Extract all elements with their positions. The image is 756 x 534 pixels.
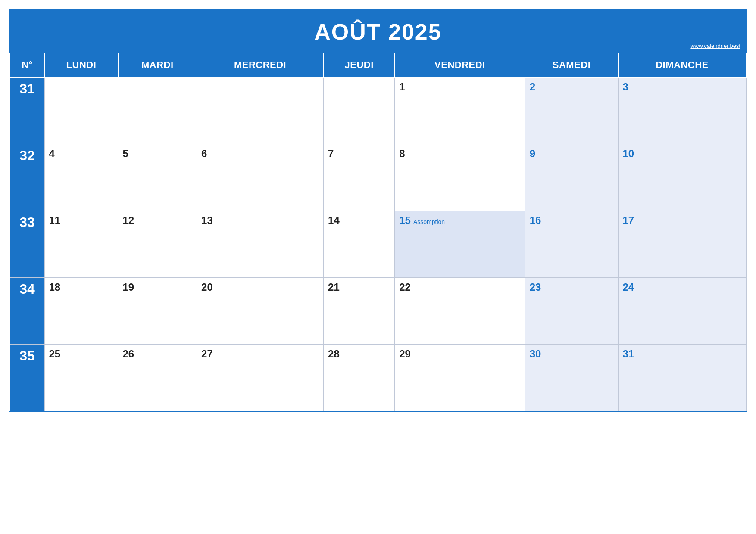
day-number: 28 (328, 348, 340, 360)
week-row: 331112131415Assomption1617 (10, 211, 746, 277)
day-cell: 4 (44, 144, 118, 211)
header-samedi: SAMEDI (525, 53, 618, 77)
day-number: 29 (399, 348, 411, 360)
calendar-header: AOÛT 2025 www.calendrier.best (9, 9, 747, 53)
day-number: 7 (328, 148, 334, 159)
day-cell: 14 (324, 211, 395, 277)
calendar-container: AOÛT 2025 www.calendrier.best N° LUNDI M… (9, 9, 747, 412)
header-jeudi: JEUDI (324, 53, 395, 77)
day-number: 10 (623, 148, 634, 159)
day-number: 12 (122, 214, 134, 226)
header-week-num: N° (10, 53, 44, 77)
day-cell: 17 (618, 211, 746, 277)
day-cell: 3 (618, 77, 746, 144)
day-cell: 7 (324, 144, 395, 211)
day-cell: 12 (118, 211, 197, 277)
day-cell: 23 (525, 277, 618, 344)
day-cell: 28 (324, 344, 395, 411)
day-cell: 10 (618, 144, 746, 211)
day-cell: 9 (525, 144, 618, 211)
day-number: 20 (201, 281, 213, 293)
week-number: 33 (10, 211, 44, 277)
day-cell: 11 (44, 211, 118, 277)
week-number: 34 (10, 277, 44, 344)
day-cell: 20 (197, 277, 324, 344)
week-number: 31 (10, 77, 44, 144)
header-vendredi: VENDREDI (395, 53, 525, 77)
day-cell: 5 (118, 144, 197, 211)
day-number: 16 (530, 214, 541, 226)
week-row: 3525262728293031 (10, 344, 746, 411)
day-cell (197, 77, 324, 144)
day-number: 9 (530, 148, 535, 159)
day-number: 11 (49, 214, 61, 226)
day-cell (324, 77, 395, 144)
day-cell (118, 77, 197, 144)
day-number: 24 (623, 281, 634, 293)
day-number: 19 (122, 281, 134, 293)
week-number: 35 (10, 344, 44, 411)
day-cell: 31 (618, 344, 746, 411)
day-number: 31 (623, 348, 634, 360)
header-row: N° LUNDI MARDI MERCREDI JEUDI VENDREDI S… (10, 53, 746, 77)
day-cell: 30 (525, 344, 618, 411)
day-cell: 26 (118, 344, 197, 411)
calendar-body: 311233245678910331112131415Assomption161… (10, 77, 746, 411)
day-cell: 8 (395, 144, 525, 211)
day-number: 1 (399, 81, 405, 93)
day-number: 23 (530, 281, 541, 293)
day-cell: 2 (525, 77, 618, 144)
header-mercredi: MERCREDI (197, 53, 324, 77)
day-number: 26 (122, 348, 134, 360)
day-cell: 16 (525, 211, 618, 277)
day-number: 21 (328, 281, 340, 293)
week-row: 3418192021222324 (10, 277, 746, 344)
day-cell: 19 (118, 277, 197, 344)
day-number: 14 (328, 214, 340, 226)
day-number: 27 (201, 348, 213, 360)
day-number: 30 (530, 348, 541, 360)
day-cell: 22 (395, 277, 525, 344)
day-cell: 29 (395, 344, 525, 411)
day-number: 5 (122, 148, 128, 159)
day-number: 18 (49, 281, 61, 293)
day-cell: 18 (44, 277, 118, 344)
day-cell: 1 (395, 77, 525, 144)
header-lundi: LUNDI (44, 53, 118, 77)
day-event-label: Assomption (413, 218, 445, 225)
day-cell (44, 77, 118, 144)
day-cell: 15Assomption (395, 211, 525, 277)
day-number: 25 (49, 348, 61, 360)
day-cell: 27 (197, 344, 324, 411)
day-number: 17 (623, 214, 634, 226)
week-row: 31123 (10, 77, 746, 144)
calendar-website: www.calendrier.best (690, 43, 740, 49)
calendar-table: N° LUNDI MARDI MERCREDI JEUDI VENDREDI S… (9, 53, 747, 411)
day-cell: 24 (618, 277, 746, 344)
day-number: 15 (399, 214, 411, 226)
calendar-title: AOÛT 2025 (9, 19, 747, 45)
day-number: 13 (201, 214, 213, 226)
day-number: 4 (49, 148, 55, 159)
week-row: 3245678910 (10, 144, 746, 211)
header-mardi: MARDI (118, 53, 197, 77)
week-number: 32 (10, 144, 44, 211)
day-number: 3 (623, 81, 628, 93)
header-dimanche: DIMANCHE (618, 53, 746, 77)
day-number: 2 (530, 81, 535, 93)
day-cell: 21 (324, 277, 395, 344)
day-cell: 13 (197, 211, 324, 277)
day-cell: 6 (197, 144, 324, 211)
day-number: 6 (201, 148, 207, 159)
day-number: 8 (399, 148, 405, 159)
day-cell: 25 (44, 344, 118, 411)
day-number: 22 (399, 281, 411, 293)
